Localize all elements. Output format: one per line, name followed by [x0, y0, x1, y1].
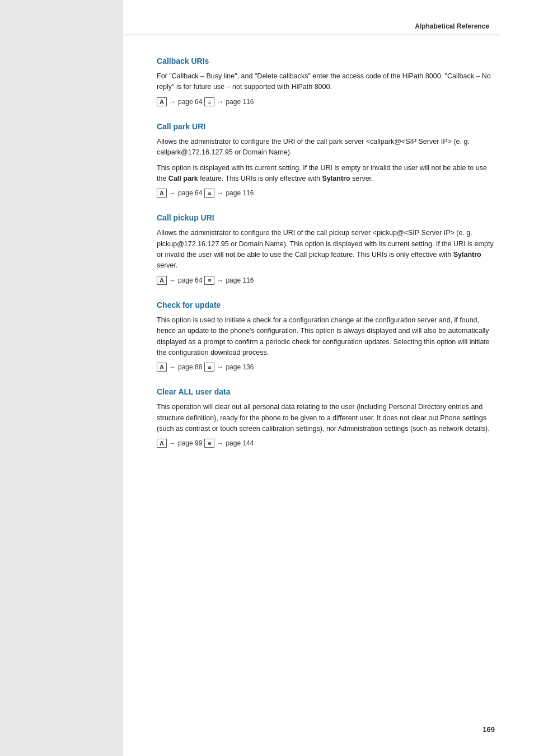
arrow-7: →: [169, 363, 176, 371]
main-content: Callback URIs For "Callback – Busy line"…: [123, 35, 534, 497]
icon-a-call-pickup: A: [157, 276, 167, 285]
page-ref-callback-p2: page 116: [226, 98, 254, 106]
left-sidebar: [0, 0, 123, 756]
footer-page-number: 169: [483, 725, 495, 734]
arrow-3: →: [169, 189, 176, 197]
icon-page-check-update: [204, 363, 214, 372]
icon-page-clear-all: [204, 439, 214, 448]
arrow-4: →: [217, 189, 223, 197]
page-ref-call-pickup-p2: page 116: [226, 276, 254, 284]
arrow-10: →: [217, 439, 223, 447]
page-ref-call-pickup: A → page 64 → page 116: [157, 276, 495, 285]
page-ref-check-update-p2: page 136: [226, 363, 254, 371]
page-ref-call-park: A → page 64 → page 116: [157, 189, 495, 198]
arrow-9: →: [169, 439, 176, 447]
header-label: Alphabetical Reference: [415, 22, 489, 30]
section-title-check-for-update: Check for update: [157, 300, 495, 309]
arrow-8: →: [217, 363, 223, 371]
section-clear-all-user-data: Clear ALL user data This operation will …: [157, 387, 495, 448]
page-ref-check-for-update: A → page 88 → page 136: [157, 363, 495, 372]
arrow-1: →: [169, 98, 176, 106]
arrow-2: →: [217, 98, 223, 106]
page-ref-clear-all-p1: page 99: [178, 439, 202, 447]
page-ref-clear-all: A → page 99 → page 144: [157, 439, 495, 448]
page-ref-callback-p1: page 64: [178, 98, 202, 106]
section-text-call-pickup-0: Allows the administrator to configure th…: [157, 228, 495, 271]
icon-a-call-park: A: [157, 189, 167, 198]
section-text-check-for-update-0: This option is used to initiate a check …: [157, 315, 495, 359]
section-text-call-park-0: Allows the administrator to configure th…: [157, 137, 495, 158]
arrow-5: →: [169, 276, 176, 284]
icon-page-call-pickup: [204, 276, 214, 285]
section-text-call-park-1: This option is displayed with its curren…: [157, 163, 495, 185]
section-call-park-uri: Call park URI Allows the administrator t…: [157, 122, 495, 198]
icon-page-callback: [204, 97, 214, 106]
page-ref-callback-uris: A → page 64 → page 116: [157, 97, 495, 106]
section-call-pickup-uri: Call pickup URI Allows the administrator…: [157, 213, 495, 285]
icon-a-check-update: A: [157, 363, 167, 372]
section-title-clear-all-user-data: Clear ALL user data: [157, 387, 495, 396]
page-ref-call-pickup-p1: page 64: [178, 276, 202, 284]
page-ref-call-park-p2: page 116: [226, 189, 254, 197]
arrow-6: →: [217, 276, 223, 284]
page-ref-check-update-p1: page 88: [178, 363, 202, 371]
section-title-call-park-uri: Call park URI: [157, 122, 495, 131]
section-check-for-update: Check for update This option is used to …: [157, 300, 495, 372]
icon-a-callback: A: [157, 97, 167, 106]
section-title-callback-uris: Callback URIs: [157, 57, 495, 65]
page-container: Alphabetical Reference Callback URIs For…: [0, 0, 534, 756]
page-ref-call-park-p1: page 64: [178, 189, 202, 197]
icon-a-clear-all: A: [157, 439, 167, 448]
section-callback-uris: Callback URIs For "Callback – Busy line"…: [157, 57, 495, 106]
section-text-clear-all-0: This operation will clear out all person…: [157, 402, 495, 434]
section-text-callback-uris-0: For "Callback – Busy line", and "Delete …: [157, 71, 495, 93]
section-title-call-pickup-uri: Call pickup URI: [157, 213, 495, 222]
icon-page-call-park: [204, 189, 214, 198]
page-ref-clear-all-p2: page 144: [226, 439, 254, 447]
